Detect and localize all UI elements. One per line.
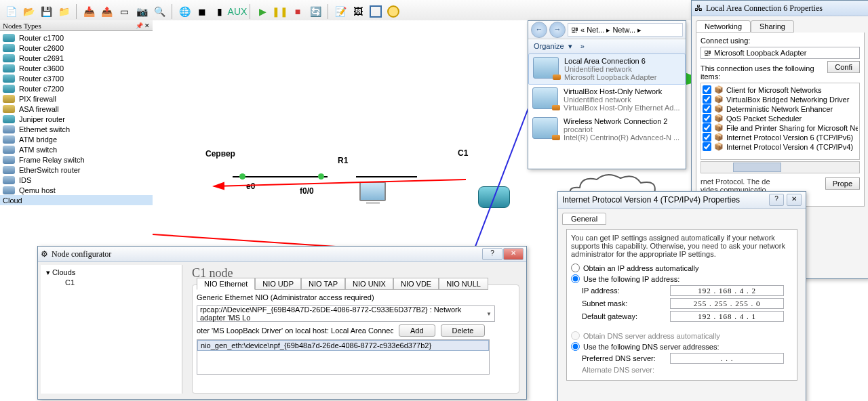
server-node[interactable]: [359, 182, 387, 209]
node-type-item[interactable]: ATM switch: [0, 144, 153, 154]
organize-menu[interactable]: Organize: [534, 42, 564, 50]
connection-item[interactable]: Wireless Network Connection 2procariotIn…: [528, 114, 686, 144]
component-item[interactable]: 📦Deterministic Network Enhancer: [703, 104, 858, 113]
tree-item-c1[interactable]: C1: [43, 278, 179, 287]
node-type-item[interactable]: Router c2600: [0, 43, 153, 53]
play-icon[interactable]: ▶: [254, 3, 271, 20]
adapter-field: 🖳Microsoft Loopback Adapter: [701, 47, 860, 59]
zoom-icon[interactable]: 🔍: [151, 3, 167, 20]
adapter-combo[interactable]: rpcap://\Device\NPF_{69B48A7D-26DE-4086-…: [197, 305, 495, 322]
network-connections-window: ← → 🖳«Net...▸Netw...▸ Organize▾ » Local …: [528, 20, 686, 169]
component-checkbox[interactable]: [703, 85, 711, 94]
save-icon[interactable]: 💾: [38, 3, 54, 20]
note-icon[interactable]: 📝: [332, 3, 349, 20]
gateway-field[interactable]: 192 . 168 . 4 . 1: [670, 311, 784, 322]
items-listbox[interactable]: 📦Client for Microsoft Networks📦VirtualBo…: [701, 83, 860, 160]
radio-auto-dns: [571, 331, 580, 340]
node-type-item[interactable]: Juniper router: [0, 114, 153, 124]
component-checkbox[interactable]: [703, 95, 711, 104]
close-panel-icon[interactable]: ✕: [144, 22, 150, 29]
tab-nio-udp[interactable]: NIO UDP: [255, 278, 301, 290]
component-item[interactable]: 📦File and Printer Sharing for Microsoft …: [703, 123, 858, 132]
pin-icon[interactable]: 📌: [136, 22, 143, 29]
component-checkbox[interactable]: [703, 123, 711, 132]
tab-nio-tap[interactable]: NIO TAP: [301, 278, 345, 290]
connection-item[interactable]: Local Area Connection 6Unidentified netw…: [528, 54, 686, 85]
scrollbar[interactable]: [701, 161, 860, 173]
tool-a-icon[interactable]: 📥: [81, 3, 97, 20]
nio-listbox[interactable]: nio_gen_eth:\device\npf_{69b48a7d-26de-4…: [197, 339, 490, 375]
node-type-item[interactable]: Cloud: [0, 195, 153, 205]
image-icon[interactable]: 🖼: [350, 3, 366, 20]
tab-nio-vde[interactable]: NIO VDE: [393, 278, 439, 290]
component-checkbox[interactable]: [703, 114, 711, 123]
if-f00-label: f0/0: [300, 186, 314, 196]
device-icon: [3, 54, 15, 62]
node-tree[interactable]: ▾ Clouds C1: [41, 265, 182, 394]
ip-field[interactable]: 192 . 168 . 4 . 2: [670, 285, 784, 296]
properties-button[interactable]: Prope: [825, 177, 860, 190]
help-button[interactable]: ?: [769, 194, 784, 206]
breadcrumb[interactable]: 🖳«Net...▸Netw...▸: [568, 23, 683, 37]
tab-general[interactable]: General: [562, 213, 606, 225]
stop-icon[interactable]: ■: [290, 3, 306, 20]
tab-nio-null[interactable]: NIO NULL: [439, 278, 488, 290]
list-item[interactable]: nio_gen_eth:\device\npf_{69b48a7d-26de-4…: [197, 340, 489, 351]
node-type-item[interactable]: EtherSwitch router: [0, 165, 153, 175]
help-button[interactable]: ?: [482, 248, 502, 260]
tab-sharing[interactable]: Sharing: [751, 20, 794, 33]
delete-button[interactable]: Delete: [441, 324, 486, 337]
reload-icon[interactable]: 🔄: [307, 3, 323, 20]
node-type-item[interactable]: Router c3600: [0, 63, 153, 73]
open-icon[interactable]: 📂: [20, 3, 37, 20]
globe-icon[interactable]: 🌐: [176, 3, 193, 20]
component-checkbox[interactable]: [703, 133, 711, 142]
saveas-icon[interactable]: 📁: [56, 3, 72, 20]
component-item[interactable]: 📦Client for Microsoft Networks: [703, 85, 858, 94]
component-item[interactable]: 📦Internet Protocol Version 6 (TCP/IPv6): [703, 133, 858, 142]
node-type-item[interactable]: Ethernet switch: [0, 124, 153, 134]
rect-icon[interactable]: [368, 3, 384, 20]
component-checkbox[interactable]: [703, 104, 711, 113]
subnet-field[interactable]: 255 . 255 . 255 . 0: [670, 298, 784, 309]
ellipse-icon[interactable]: [385, 3, 401, 20]
radio-static-ip[interactable]: [571, 274, 580, 283]
node-type-item[interactable]: Router c7200: [0, 83, 153, 93]
component-item[interactable]: 📦QoS Packet Scheduler: [703, 114, 858, 123]
router-r1-node[interactable]: [478, 186, 510, 208]
component-item[interactable]: 📦VirtualBox Bridged Networking Driver: [703, 95, 858, 104]
close-button[interactable]: ✕: [787, 194, 802, 206]
node-type-item[interactable]: ASA firewall: [0, 104, 153, 114]
selector-icon[interactable]: ▭: [116, 3, 132, 20]
tab-networking[interactable]: Networking: [696, 20, 751, 33]
tab-nio-unix[interactable]: NIO UNIX: [345, 278, 393, 290]
radio-auto-ip[interactable]: [571, 263, 580, 272]
tab-nio-ethernet[interactable]: NIO Ethernet: [197, 278, 255, 290]
node-type-item[interactable]: Router c3700: [0, 73, 153, 83]
node-type-item[interactable]: ATM bridge: [0, 134, 153, 144]
aux-icon[interactable]: AUX: [229, 3, 245, 20]
node-type-item[interactable]: IDS: [0, 175, 153, 185]
radio-static-dns[interactable]: [571, 342, 580, 351]
tool-b-icon[interactable]: 📤: [98, 3, 115, 20]
node-type-item[interactable]: Router c1700: [0, 33, 153, 43]
dns1-field[interactable]: . . .: [670, 353, 784, 364]
configure-button[interactable]: Confi: [827, 61, 860, 73]
component-checkbox[interactable]: [703, 142, 711, 151]
node-type-item[interactable]: PIX firewall: [0, 93, 153, 104]
node-type-item[interactable]: Qemu host: [0, 185, 153, 195]
console-icon[interactable]: ◼: [194, 3, 210, 20]
back-button[interactable]: ←: [531, 22, 547, 38]
snap-icon[interactable]: 📷: [134, 3, 150, 20]
new-icon[interactable]: 📄: [3, 3, 19, 20]
component-item[interactable]: 📦Internet Protocol Version 4 (TCP/IPv4): [703, 142, 858, 151]
terminal-icon[interactable]: ▮: [212, 3, 228, 20]
forward-button[interactable]: →: [549, 22, 566, 38]
close-button[interactable]: ✕: [503, 248, 524, 260]
add-button[interactable]: Add: [399, 324, 435, 337]
node-type-item[interactable]: Frame Relay switch: [0, 154, 153, 165]
pause-icon[interactable]: ❚❚: [272, 3, 288, 20]
node-type-item[interactable]: Router c2691: [0, 53, 153, 63]
node-configurator-window: ⚙Node configurator ?✕ ▾ Clouds C1 C1 nod…: [37, 246, 527, 400]
connection-item[interactable]: VirtualBox Host-Only NetworkUnidentified…: [528, 85, 686, 114]
